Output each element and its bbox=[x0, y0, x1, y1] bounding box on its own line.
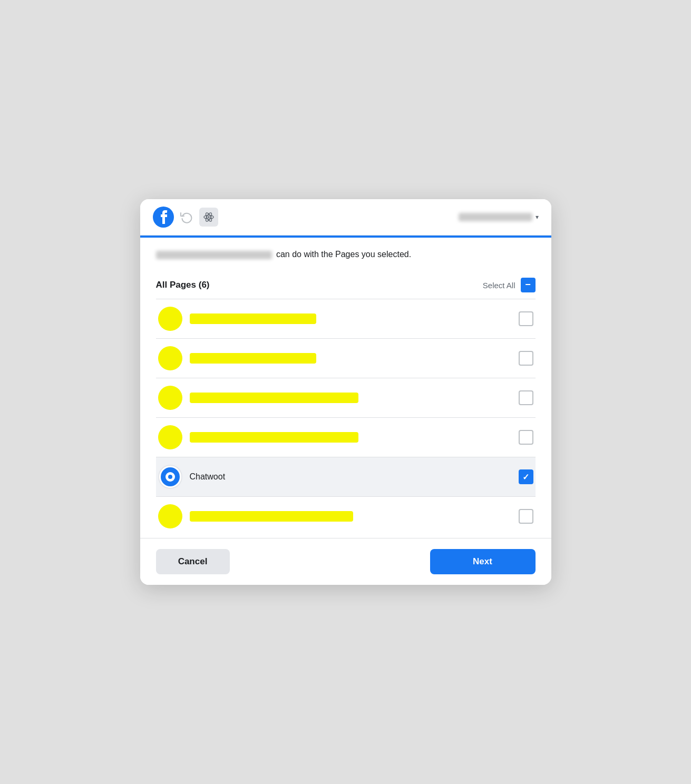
page-item[interactable] bbox=[156, 339, 536, 378]
page-avatar bbox=[158, 425, 182, 449]
page-avatar bbox=[158, 386, 182, 410]
select-all-button[interactable]: − bbox=[521, 278, 536, 292]
description-suffix: can do with the Pages you selected. bbox=[276, 250, 411, 259]
modal: ▾ can do with the Pages you selected. Al… bbox=[140, 199, 551, 585]
page-checkbox[interactable] bbox=[519, 509, 533, 524]
cancel-button[interactable]: Cancel bbox=[156, 549, 230, 574]
top-bar-right: ▾ bbox=[459, 213, 539, 221]
page-item[interactable] bbox=[156, 418, 536, 457]
page-checkbox[interactable] bbox=[519, 430, 533, 445]
top-bar: ▾ bbox=[140, 199, 551, 236]
page-checkbox[interactable] bbox=[519, 311, 533, 326]
page-item-left bbox=[158, 346, 316, 370]
description-text: can do with the Pages you selected. bbox=[156, 248, 536, 261]
page-name-blurred bbox=[190, 353, 316, 364]
select-all-area: Select All − bbox=[483, 278, 536, 292]
next-button[interactable]: Next bbox=[430, 549, 536, 574]
page-item-left: Chatwoot bbox=[158, 465, 226, 489]
page-item-left bbox=[158, 425, 358, 449]
page-name-blurred bbox=[190, 511, 353, 522]
page-item-left bbox=[158, 386, 358, 410]
page-item-chatwoot[interactable]: Chatwoot bbox=[156, 457, 536, 497]
page-avatar bbox=[158, 504, 182, 528]
page-item-left bbox=[158, 504, 353, 528]
modal-footer: Cancel Next bbox=[140, 538, 551, 585]
page-item[interactable] bbox=[156, 299, 536, 339]
page-avatar bbox=[158, 307, 182, 331]
atom-icon bbox=[199, 208, 218, 227]
page-checkbox[interactable] bbox=[519, 351, 533, 366]
dropdown-arrow-icon[interactable]: ▾ bbox=[536, 213, 539, 221]
select-all-label: Select All bbox=[483, 281, 515, 290]
svg-point-4 bbox=[208, 216, 210, 218]
chatwoot-logo-inner bbox=[166, 472, 175, 482]
reload-icon bbox=[180, 211, 193, 223]
page-list: Chatwoot bbox=[156, 299, 536, 536]
pages-title: All Pages (6) bbox=[156, 280, 210, 290]
user-name-blurred bbox=[459, 213, 532, 221]
page-item[interactable] bbox=[156, 497, 536, 536]
page-name-blurred bbox=[190, 432, 358, 443]
description-blurred bbox=[156, 251, 272, 259]
page-name-blurred bbox=[190, 393, 358, 403]
facebook-icon bbox=[153, 207, 174, 228]
page-name-blurred bbox=[190, 313, 316, 324]
minus-icon: − bbox=[525, 280, 531, 289]
page-item[interactable] bbox=[156, 378, 536, 418]
description-area: can do with the Pages you selected. bbox=[140, 238, 551, 266]
top-bar-left bbox=[153, 207, 218, 228]
chatwoot-page-name: Chatwoot bbox=[190, 472, 226, 482]
page-checkbox-chatwoot[interactable] bbox=[519, 469, 533, 484]
pages-header: All Pages (6) Select All − bbox=[156, 271, 536, 299]
chatwoot-avatar bbox=[158, 465, 182, 489]
page-item-left bbox=[158, 307, 316, 331]
chatwoot-logo bbox=[161, 467, 180, 486]
page-checkbox[interactable] bbox=[519, 390, 533, 405]
pages-section: All Pages (6) Select All − bbox=[140, 266, 551, 536]
page-avatar bbox=[158, 346, 182, 370]
